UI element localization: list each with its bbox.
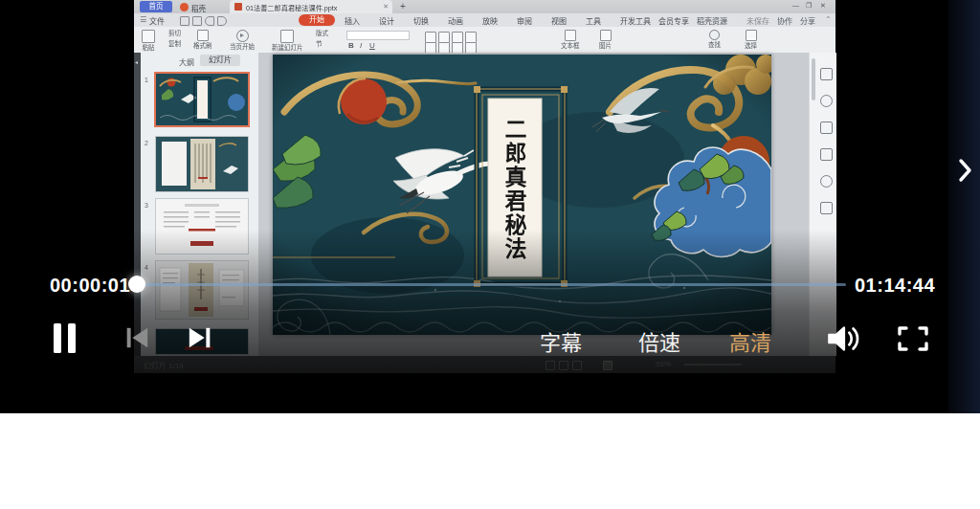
section-button: 节 [316,41,323,48]
panel-tool-icon-5 [820,175,833,188]
undo-icon [205,16,214,26]
panel-tool-icon-1 [820,68,833,80]
video-info-bar: 01法善二郎真君第一部.mp4 分享 下载 更多 [0,413,980,509]
progress-bar[interactable] [144,283,846,286]
menu-tab-active: 开始 [299,14,335,26]
select-button: 选择 [745,30,757,50]
panel-tab-slides: 幻灯片 [200,55,240,66]
ppt-file-icon [234,3,242,11]
menu-tab-design: 设计 [379,15,394,26]
panel-tab-outline: 大纲 [179,56,194,67]
slide-thumbnail-3 [156,199,248,254]
slide-thumbnail-2 [156,137,248,191]
sidebar-scrollbar [812,58,815,100]
play-circle-icon [236,30,249,42]
wps-ribbon: 粘贴 剪切 复制 格式刷 当页开始 新建幻灯片 [134,27,835,54]
window-minimize-icon: — [792,2,799,9]
wps-tabbar: 首页 稻壳 01法善二郎真君秘法课件.pptx ✕ + — ❐ ✕ [134,0,835,13]
new-slide-button: 新建幻灯片 [272,30,303,52]
slide-counter: 幻灯片 1/14 [144,360,184,370]
textbox-button: 文本框 [561,30,580,50]
cursor-icon [746,30,757,41]
panel-tool-icon-6 [820,202,833,214]
slide-thumbnail-4 [156,261,248,319]
menu-file: 文件 [149,15,165,26]
total-time: 01:14:44 [855,275,935,297]
find-button: 查找 [708,30,721,49]
ribbon-collapse-icon: ⌃ [825,15,832,24]
format-painter-button: 格式刷 [193,30,212,50]
collapse-left-icon: ◂ [135,58,138,65]
playback-speed-button[interactable]: 倍速 [638,325,680,356]
wps-statusbar: 幻灯片 1/14 56% [134,356,835,373]
italic-button: I [360,41,362,50]
menu-tab-view: 视图 [551,15,567,26]
quality-button[interactable]: 高清 [729,325,771,356]
slide-thumbnail-1 [156,74,248,125]
bold-button: B [348,41,354,50]
slide-number-2: 2 [145,140,148,146]
font-name-box [346,31,410,40]
panel-tool-icon-2 [820,95,833,107]
menu-tab-devtools: 开发工具 [620,15,651,26]
panel-tool-icon-4 [820,148,833,161]
slide-number-3: 3 [145,202,148,209]
paste-button: 粘贴 [142,30,155,52]
new-slide-icon [280,30,294,43]
redo-icon [217,16,227,26]
wps-right-sidebar [809,53,836,356]
tab-close-icon: ✕ [383,3,389,11]
wps-document-tab: 01法善二郎真君秘法课件.pptx ✕ [230,0,392,13]
copy-button: 复制 [168,41,181,48]
save-icon [180,16,189,26]
menu-tab-docer-res: 稻壳资源 [697,15,727,26]
menu-tab-animation: 动画 [448,15,463,26]
picture-button: 图片 [599,30,612,50]
brush-icon [197,30,209,41]
unsaved-status: 未保存 [746,15,769,26]
next-button[interactable] [183,321,215,354]
main-slide: 二郎真君秘法 [273,55,771,335]
progress-handle[interactable] [128,276,145,293]
print-icon [192,16,202,26]
underline-button: U [369,41,375,50]
video-player[interactable]: 首页 稻壳 01法善二郎真君秘法课件.pptx ✕ + — ❐ ✕ ☰ 文件 开… [0,0,980,413]
hamburger-icon: ☰ [140,15,146,24]
docer-icon [180,3,189,11]
slide-number-4: 4 [145,264,148,271]
menu-tab-review: 审阅 [517,15,532,26]
subtitles-button[interactable]: 字幕 [540,325,582,356]
window-close-icon: ✕ [820,2,826,10]
window-restore-icon: ❐ [806,2,812,10]
menu-tab-slideshow: 放映 [482,15,498,26]
wps-window: 首页 稻壳 01法善二郎真君秘法课件.pptx ✕ + — ❐ ✕ ☰ 文件 开… [134,0,835,373]
layout-button: 版式 [316,31,328,37]
wps-menubar: ☰ 文件 开始 插入 设计 切换 动画 放映 审阅 视图 工具 开发工具 会员专… [134,13,835,27]
clipboard-icon [142,30,155,43]
menu-tab-tools: 工具 [586,15,601,26]
menu-tab-insert: 插入 [345,15,360,26]
wps-doc-title: 01法善二郎真君秘法课件.pptx [246,3,337,12]
zoom-level: 56% [656,360,671,368]
playlist-drawer-toggle[interactable] [948,0,980,413]
zoom-slider [684,364,742,365]
slide-vertical-title: 二郎真君秘法 [502,118,524,280]
search-icon [709,30,720,40]
textbox-icon [565,30,576,41]
previous-button[interactable] [122,321,154,354]
panel-tool-icon-3 [820,122,833,134]
new-tab-icon: + [400,1,406,11]
share-button-wps: 分享 [800,15,815,26]
pause-button[interactable] [54,323,76,353]
chevron-right-icon[interactable] [958,157,973,184]
play-from-current-button: 当页开始 [230,30,255,51]
panel-collapse-strip: ◂ [134,53,141,356]
collab-button: 协作 [777,15,792,26]
current-time: 00:00:01 [50,275,130,297]
wps-docer-label: 稻壳 [191,3,206,13]
fullscreen-icon[interactable] [893,324,933,353]
volume-icon[interactable] [825,323,861,354]
cut-button: 剪切 [168,31,181,37]
menu-tab-member: 会员专享 [658,15,689,26]
wps-home-button: 首页 [140,1,172,12]
